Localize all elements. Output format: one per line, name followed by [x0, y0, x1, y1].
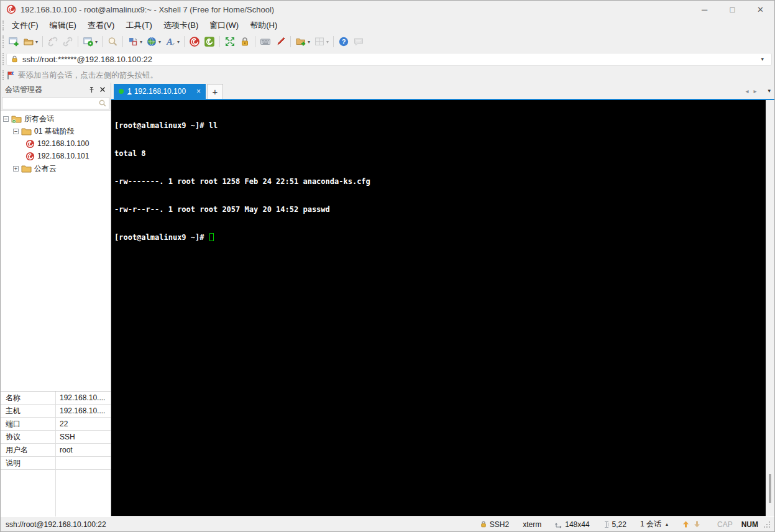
- tree-node-label: 192.168.10.100: [37, 139, 89, 148]
- menu-file[interactable]: 文件(F): [6, 18, 44, 33]
- prop-value[interactable]: root: [55, 444, 111, 456]
- window-controls: ─ □ ✕: [690, 1, 774, 18]
- tree-node-folder-cloud[interactable]: + 公有云: [1, 162, 111, 175]
- prop-label: 主机: [1, 406, 55, 416]
- compose-layout-button[interactable]: ▾: [126, 34, 144, 49]
- scroll-down-icon[interactable]: [693, 520, 701, 528]
- pin-panel-button[interactable]: [86, 84, 97, 95]
- highlight-button[interactable]: [273, 34, 288, 49]
- minimize-button[interactable]: ─: [690, 1, 718, 18]
- tab-scroll-right-icon[interactable]: ▸: [753, 88, 756, 94]
- menu-tools[interactable]: 工具(T): [120, 18, 158, 33]
- session-properties-icon: [83, 36, 94, 47]
- session-count-text: 1 会话: [640, 519, 661, 530]
- open-folder-icon: [23, 36, 34, 47]
- svg-text:?: ?: [342, 38, 346, 45]
- reconnect-icon: [62, 36, 73, 47]
- session-search-input[interactable]: [2, 99, 96, 108]
- maximize-button[interactable]: □: [718, 1, 746, 18]
- resize-grip-icon[interactable]: [763, 521, 771, 528]
- status-protocol-text: SSH2: [490, 520, 509, 529]
- open-session-dropdown[interactable]: ▾: [35, 39, 38, 45]
- scroll-up-icon[interactable]: [682, 520, 690, 528]
- collapse-icon[interactable]: −: [13, 129, 19, 134]
- session-properties-dropdown[interactable]: ▾: [95, 39, 98, 45]
- fullscreen-button[interactable]: [222, 34, 237, 49]
- web-launch-button[interactable]: ▾: [144, 34, 163, 49]
- new-session-button[interactable]: [6, 34, 21, 49]
- infobar-grip[interactable]: [2, 70, 4, 81]
- reconnect-button[interactable]: [60, 34, 75, 49]
- font-button[interactable]: A ▾: [163, 34, 181, 49]
- terminal-line: -rw-r--r--. 1 root root 2057 May 20 14:5…: [114, 205, 766, 214]
- status-session-count[interactable]: 1 会话 ▴: [640, 519, 668, 530]
- new-tab-button[interactable]: +: [207, 84, 223, 99]
- collapse-icon[interactable]: −: [3, 116, 9, 122]
- web-launch-dropdown[interactable]: ▾: [158, 39, 161, 45]
- menu-view[interactable]: 查看(V): [82, 18, 120, 33]
- toolbar-separator: [290, 36, 291, 47]
- tile-layout-button[interactable]: ▾: [312, 34, 331, 49]
- terminal-cursor: [209, 233, 214, 241]
- address-input[interactable]: ssh://root:******@192.168.10.100:22 ▾: [6, 53, 772, 66]
- message-button[interactable]: [351, 34, 366, 49]
- close-panel-button[interactable]: [97, 84, 108, 95]
- terminal[interactable]: [root@almalinux9 ~]# ll total 8 -rw-----…: [111, 100, 766, 516]
- open-session-button[interactable]: ▾: [21, 34, 40, 49]
- prop-value[interactable]: [55, 457, 111, 469]
- prop-value[interactable]: 192.168.10....: [55, 405, 111, 417]
- xshell-icon: [189, 36, 200, 47]
- tree-node-all-sessions[interactable]: − 所有会话: [1, 112, 111, 125]
- prop-value[interactable]: 192.168.10....: [55, 392, 111, 404]
- disconnect-button[interactable]: [45, 34, 60, 49]
- status-lock-icon: [480, 520, 487, 528]
- virtual-keyboard-button[interactable]: [258, 34, 273, 49]
- tab-close-icon[interactable]: ×: [196, 87, 201, 96]
- expand-icon[interactable]: +: [13, 166, 19, 172]
- menu-window[interactable]: 窗口(W): [204, 18, 244, 33]
- globe-icon: [146, 36, 157, 47]
- tab-list-dropdown-icon[interactable]: ▾: [768, 88, 771, 94]
- font-dropdown[interactable]: ▾: [177, 39, 180, 45]
- toolbar-separator: [219, 36, 220, 47]
- toolbar-grip[interactable]: [2, 35, 4, 48]
- tree-node-session-101[interactable]: 192.168.10.101: [1, 150, 111, 162]
- compose-layout-dropdown[interactable]: ▾: [140, 39, 142, 45]
- tab-scroll-left-icon[interactable]: ◂: [745, 88, 748, 94]
- terminal-line: -rw-------. 1 root root 1258 Feb 24 22:5…: [114, 177, 766, 186]
- new-file-button[interactable]: ▾: [293, 34, 312, 49]
- toolbar-separator: [333, 36, 334, 47]
- tab-session-100[interactable]: 1 192.168.10.100 ×: [114, 84, 206, 99]
- tree-node-folder-basics[interactable]: − 01 基础阶段: [1, 125, 111, 137]
- address-dropdown[interactable]: ▾: [761, 56, 768, 62]
- scrollbar-thumb[interactable]: [769, 474, 771, 503]
- terminal-line: total 8: [114, 149, 766, 158]
- status-connection-url: ssh://root@192.168.10.100:22: [6, 520, 466, 529]
- new-session-icon: [8, 36, 19, 47]
- tab-label: 192.168.10.100: [134, 87, 190, 96]
- window-title: 192.168.10.100 - root@almalinux9:~ - Xsh…: [21, 5, 690, 14]
- session-properties-button[interactable]: ▾: [81, 34, 99, 49]
- find-button[interactable]: [105, 34, 120, 49]
- terminal-scrollbar[interactable]: [766, 100, 774, 516]
- xshell-window: 192.168.10.100 - root@almalinux9:~ - Xsh…: [0, 0, 775, 532]
- menu-help[interactable]: 帮助(H): [244, 18, 283, 33]
- help-button[interactable]: ?: [336, 34, 351, 49]
- tree-node-session-100[interactable]: 192.168.10.100: [1, 137, 111, 150]
- menubar-grip[interactable]: [2, 21, 4, 31]
- menu-bar: 文件(F) 编辑(E) 查看(V) 工具(T) 选项卡(B) 窗口(W) 帮助(…: [1, 18, 774, 33]
- prop-label: 用户名: [1, 445, 55, 456]
- new-file-dropdown[interactable]: ▾: [308, 39, 310, 45]
- lock-screen-button[interactable]: [237, 34, 252, 49]
- xftp-button[interactable]: [202, 34, 217, 49]
- menu-edit[interactable]: 编辑(E): [44, 18, 82, 33]
- menu-tabs[interactable]: 选项卡(B): [158, 18, 204, 33]
- prop-value[interactable]: SSH: [55, 431, 111, 443]
- prop-label: 说明: [1, 458, 55, 469]
- tile-layout-dropdown[interactable]: ▾: [326, 39, 329, 45]
- xshell-button[interactable]: [187, 34, 202, 49]
- addressbar-grip[interactable]: [2, 53, 4, 65]
- close-button[interactable]: ✕: [746, 1, 774, 18]
- prop-value[interactable]: 22: [55, 418, 111, 430]
- status-caps-indicator: CAP: [717, 520, 733, 529]
